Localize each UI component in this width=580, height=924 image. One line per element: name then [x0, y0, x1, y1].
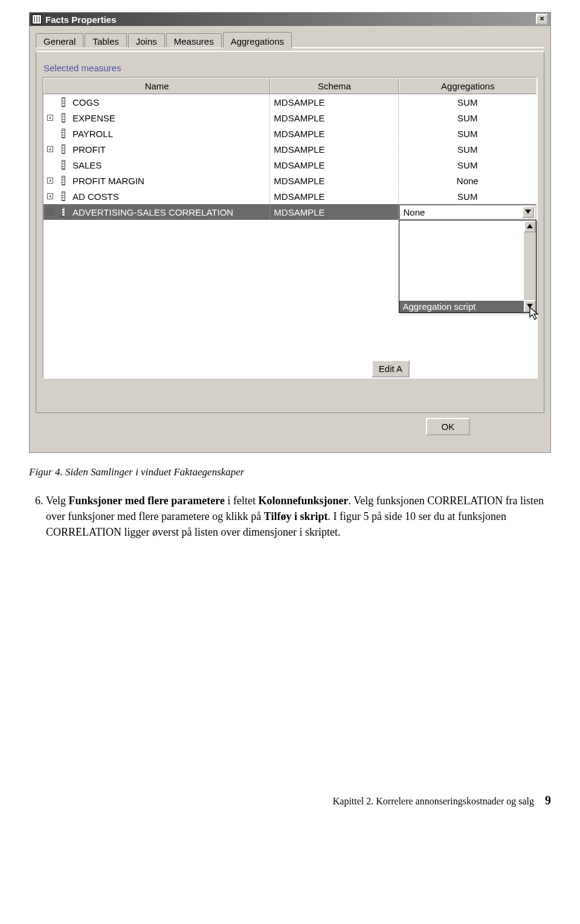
expandable-icon[interactable]: [47, 178, 53, 184]
edit-aggregation-button[interactable]: Edit A: [372, 360, 410, 377]
measure-name: EXPENSE: [72, 113, 115, 123]
scroll-up-icon[interactable]: [524, 220, 536, 233]
measure-icon: [58, 175, 69, 186]
cell-name: AD COSTS: [44, 188, 270, 204]
instruction-step-6: Velg Funksjoner med flere parametere i f…: [46, 493, 551, 540]
cell-aggregation[interactable]: SUM: [399, 142, 536, 157]
measure-icon: [58, 159, 69, 170]
table-row[interactable]: AD COSTSMDSAMPLESUM: [44, 188, 536, 204]
aggregation-dropdown[interactable]: None: [399, 204, 536, 220]
table-row[interactable]: PAYROLLMDSAMPLESUM: [44, 126, 536, 141]
dropdown-option[interactable]: VARIANCE: [399, 278, 524, 289]
cell-name: PAYROLL: [44, 126, 270, 141]
chevron-down-icon[interactable]: [522, 206, 534, 218]
tab-aggregations[interactable]: Aggregations: [223, 32, 292, 48]
cell-schema: MDSAMPLE: [270, 158, 398, 173]
cell-schema: MDSAMPLE: [270, 173, 398, 188]
tab-joins[interactable]: Joins: [128, 33, 165, 48]
scroll-down-icon[interactable]: [524, 300, 536, 312]
measure-name: PROFIT: [72, 144, 106, 155]
cell-aggregation[interactable]: SUM: [399, 189, 536, 204]
cell-schema: MDSAMPLE: [270, 111, 398, 126]
measure-icon: [58, 144, 69, 155]
cell-name: EXPENSE: [44, 110, 270, 126]
measure-icon: [58, 128, 69, 139]
col-header-aggregations[interactable]: Aggregations: [399, 78, 536, 94]
measure-name: SALES: [72, 160, 102, 170]
svg-marker-0: [525, 210, 531, 214]
table-row[interactable]: PROFIT MARGINMDSAMPLENone: [44, 173, 536, 188]
cell-aggregation[interactable]: SUM: [399, 111, 536, 126]
page-number: 9: [545, 794, 551, 807]
tab-measures[interactable]: Measures: [166, 33, 222, 48]
selected-measures-label: Selected measures: [44, 63, 538, 73]
expandable-icon[interactable]: [47, 209, 53, 215]
figure-caption: Figur 4. Siden Samlinger i vinduet Fakta…: [29, 466, 551, 478]
cell-schema: MDSAMPLE: [270, 95, 398, 110]
dropdown-option[interactable]: None: [399, 289, 524, 301]
table-row[interactable]: EXPENSEMDSAMPLESUM: [44, 110, 536, 126]
table-row[interactable]: SALESMDSAMPLESUM: [44, 157, 536, 173]
cell-aggregation[interactable]: NoneCOUNT_BIGMAXMINSTDDEVSUMVARIANCENone…: [399, 204, 536, 220]
measure-name: PAYROLL: [72, 129, 113, 139]
cell-name: PROFIT: [44, 141, 270, 157]
close-button[interactable]: ×: [536, 14, 548, 25]
measure-icon: [58, 191, 69, 202]
figure-number: Figur 4.: [29, 466, 63, 478]
svg-marker-1: [527, 224, 533, 228]
aggregation-dropdown-list[interactable]: COUNT_BIGMAXMINSTDDEVSUMVARIANCENoneAggr…: [399, 220, 536, 313]
cell-schema: MDSAMPLE: [270, 205, 398, 220]
tab-tables[interactable]: Tables: [85, 33, 126, 48]
measure-name: AD COSTS: [72, 191, 119, 202]
dialog-title-icon: [32, 14, 42, 24]
measure-icon: [58, 207, 69, 217]
col-header-schema[interactable]: Schema: [270, 78, 398, 94]
dialog-title: Facts Properties: [45, 14, 117, 25]
cell-aggregation[interactable]: SUM: [399, 158, 536, 173]
cell-schema: MDSAMPLE: [270, 142, 398, 157]
table-row[interactable]: PROFITMDSAMPLESUM: [44, 141, 536, 157]
measure-name: ADVERTISING-SALES CORRELATION: [72, 207, 233, 217]
instruction-list: Velg Funksjoner med flere parametere i f…: [29, 493, 551, 540]
dropdown-option[interactable]: Aggregation script: [399, 301, 524, 312]
cell-schema: MDSAMPLE: [270, 189, 398, 204]
dropdown-option[interactable]: MIN: [399, 243, 524, 255]
aggregation-value: None: [404, 207, 425, 217]
dropdown-option[interactable]: COUNT_BIG: [399, 220, 524, 232]
table-row[interactable]: COGSMDSAMPLESUM: [44, 94, 536, 110]
tab-row: GeneralTablesJoinsMeasuresAggregations: [36, 31, 544, 48]
tab-general[interactable]: General: [36, 33, 83, 48]
svg-marker-2: [527, 304, 533, 308]
cell-aggregation[interactable]: SUM: [399, 126, 536, 141]
cell-aggregation[interactable]: None: [399, 173, 536, 188]
title-bar: Facts Properties ×: [30, 13, 550, 26]
cell-name: SALES: [44, 157, 270, 173]
cell-name: PROFIT MARGIN: [44, 173, 270, 188]
dropdown-option[interactable]: STDDEV: [399, 255, 524, 266]
expandable-icon[interactable]: [47, 193, 53, 199]
facts-properties-dialog: Facts Properties × GeneralTablesJoinsMea…: [29, 12, 551, 453]
cell-aggregation[interactable]: SUM: [399, 95, 536, 110]
dropdown-option[interactable]: MAX: [399, 232, 524, 243]
footer-chapter: Kapittel 2. Korrelere annonseringskostna…: [333, 796, 534, 807]
aggregations-panel: Selected measures Name Schema Aggregatio…: [36, 51, 544, 413]
figure-caption-text: Siden Samlinger i vinduet Faktaegenskape…: [65, 466, 244, 478]
cell-schema: MDSAMPLE: [270, 126, 398, 141]
page-footer: Kapittel 2. Korrelere annonseringskostna…: [29, 794, 551, 807]
expandable-icon[interactable]: [47, 146, 53, 152]
dropdown-option[interactable]: SUM: [399, 266, 524, 278]
measure-name: PROFIT MARGIN: [72, 176, 144, 186]
col-header-name[interactable]: Name: [44, 78, 270, 94]
cell-name: ADVERTISING-SALES CORRELATION: [44, 204, 270, 220]
measure-icon: [58, 112, 69, 123]
measure-name: COGS: [72, 97, 99, 107]
ok-button[interactable]: OK: [426, 418, 471, 435]
cell-name: COGS: [44, 94, 270, 110]
table-row[interactable]: ADVERTISING-SALES CORRELATIONMDSAMPLENon…: [44, 204, 536, 220]
table-header: Name Schema Aggregations: [44, 78, 536, 94]
expandable-icon[interactable]: [47, 115, 53, 121]
dropdown-scrollbar[interactable]: [524, 220, 536, 312]
measure-icon: [58, 97, 69, 107]
measures-table: Name Schema Aggregations COGSMDSAMPLESUM…: [42, 77, 538, 379]
